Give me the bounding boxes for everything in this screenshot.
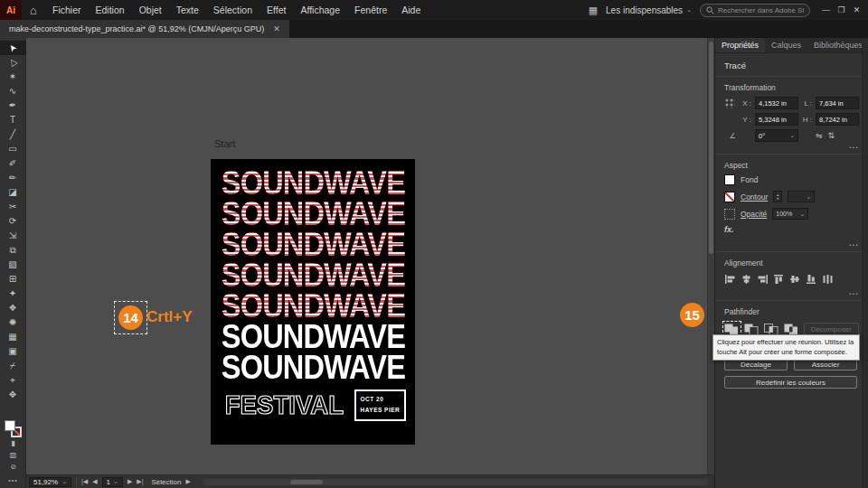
zoom-tool[interactable]: ⌖ (0, 373, 26, 388)
artboard-poster[interactable]: SOUNDWAVESOUNDWAVESOUNDWAVESOUNDWAVESOUN… (211, 159, 415, 445)
menu-item[interactable]: Effet (259, 0, 293, 20)
menu-item[interactable]: Fenêtre (347, 0, 394, 20)
transform-more-icon[interactable]: ••• (724, 142, 859, 154)
blend-tool[interactable]: ❖ (0, 301, 26, 315)
search-input[interactable] (718, 6, 804, 14)
height-field[interactable]: 8,7242 in (816, 113, 859, 126)
canvas[interactable]: Start SOUNDWAVESOUNDWAVESOUNDWAVESOUNDWA… (26, 38, 714, 474)
shape-builder-tool[interactable]: ⧉ (0, 243, 26, 258)
symbol-sprayer-tool[interactable]: ✺ (0, 315, 26, 330)
pathfinder-exclude-icon[interactable] (784, 323, 799, 335)
y-field[interactable]: 5,3248 in (755, 113, 798, 126)
align-bottom-icon[interactable] (806, 274, 817, 285)
align-left-icon[interactable] (724, 274, 736, 285)
minimize-icon[interactable]: — (818, 0, 834, 20)
eraser-tool[interactable]: ◪ (0, 185, 26, 200)
panel-scroll-strip[interactable] (862, 38, 868, 488)
paintbrush-tool[interactable]: ✐ (0, 156, 26, 171)
tab-close-icon[interactable]: ✕ (273, 24, 280, 33)
workspace-selector[interactable]: Les indispensables ⌄ (606, 5, 692, 15)
scale-tool[interactable]: ⇲ (0, 229, 26, 243)
align-more-icon[interactable]: ••• (724, 288, 859, 300)
align-right-icon[interactable] (757, 274, 769, 285)
horizontal-scrollbar-thumb[interactable] (290, 480, 323, 484)
stroke-label[interactable]: Contour (741, 192, 768, 202)
opacity-label[interactable]: Opacité (741, 210, 767, 219)
fill-color-swatch[interactable] (724, 174, 735, 185)
home-icon[interactable]: ⌂ (22, 4, 45, 17)
first-artboard-icon[interactable]: |◀ (81, 478, 88, 485)
expand-button[interactable]: Décomposer (804, 323, 859, 335)
stroke-width-stepper[interactable]: ▴▾ (773, 191, 782, 202)
hand-tool[interactable]: ✥ (0, 388, 26, 402)
opacity-dropdown[interactable]: 100%⌄ (772, 208, 808, 220)
appearance-more-icon[interactable]: ••• (724, 239, 859, 251)
scissors-tool[interactable]: ✂ (0, 200, 26, 214)
menu-item[interactable]: Texte (169, 0, 206, 20)
rectangle-tool[interactable]: ▭ (0, 142, 26, 156)
rotate-tool[interactable]: ⟳ (0, 214, 26, 229)
artboard-number-dropdown[interactable]: 1 ⌄ (102, 477, 123, 487)
vertical-scrollbar[interactable] (707, 38, 714, 474)
eyedropper-tool[interactable]: ✦ (0, 286, 26, 301)
last-artboard-icon[interactable]: ▶| (137, 478, 143, 485)
fill-swatch[interactable] (5, 420, 15, 431)
menu-item[interactable]: Objet (132, 0, 169, 20)
pathfinder-intersect-icon[interactable] (764, 323, 779, 335)
stroke-color-swatch[interactable] (724, 192, 735, 202)
document-tab[interactable]: make-deconstructed-type_practice.ai* @ 5… (0, 20, 289, 38)
type-tool[interactable]: T (0, 113, 26, 127)
fill-stroke-widget[interactable] (5, 420, 22, 437)
pen-tool[interactable]: ✒ (0, 99, 26, 113)
flip-vertical-icon[interactable]: ⇅ (828, 131, 835, 140)
magic-wand-tool[interactable]: ✶ (0, 70, 26, 84)
slice-tool[interactable]: ⌿ (0, 359, 26, 373)
flip-horizontal-icon[interactable]: ⇋ (816, 131, 823, 140)
artboard-name-label[interactable]: Start (214, 138, 235, 149)
reference-point-icon[interactable] (724, 98, 735, 108)
vertical-scrollbar-thumb[interactable] (709, 42, 713, 254)
horizontal-scrollbar[interactable] (203, 478, 709, 486)
align-top-icon[interactable] (773, 274, 785, 285)
workspace-switcher-icon[interactable]: ▦ (589, 5, 598, 16)
tab-proprietes[interactable]: Propriétés (715, 38, 765, 52)
line-segment-tool[interactable]: ╱ (0, 127, 26, 142)
lasso-tool[interactable]: ∿ (0, 84, 26, 99)
close-icon[interactable]: ✕ (849, 0, 864, 20)
adobe-stock-search[interactable] (700, 4, 810, 17)
previous-artboard-icon[interactable]: ◀ (92, 478, 97, 485)
menu-item[interactable]: Sélection (206, 0, 259, 20)
align-center-vertical-icon[interactable] (789, 274, 801, 285)
zoom-level-dropdown[interactable]: 51,92% ⌄ (29, 477, 71, 487)
direct-selection-tool[interactable]: ▷ (0, 55, 26, 70)
menu-item[interactable]: Aide (394, 0, 428, 20)
pathfinder-minus-front-icon[interactable] (744, 323, 760, 335)
menu-item[interactable]: Fichier (45, 0, 89, 20)
x-field[interactable]: 4,1532 in (755, 97, 798, 109)
mesh-tool[interactable]: ⊞ (0, 272, 26, 286)
distribute-horizontal-icon[interactable] (822, 274, 834, 285)
rotation-field[interactable]: 0°⌄ (755, 129, 798, 142)
recolor-button[interactable]: Redéfinir les couleurs (724, 376, 857, 389)
artboard-tool[interactable]: ▣ (0, 344, 26, 359)
next-artboard-icon[interactable]: ▶ (127, 478, 132, 485)
status-expand-icon[interactable]: ▶ (185, 478, 190, 485)
color-mode-icon[interactable]: ▮ (0, 437, 26, 449)
gradient-mode-icon[interactable]: ▧ (0, 449, 26, 461)
tab-bibliotheques[interactable]: Bibliothèques (807, 38, 868, 52)
toolbar-more-icon[interactable]: ••• (0, 474, 26, 486)
menu-item[interactable]: Affichage (293, 0, 347, 20)
selection-tool[interactable]: ➤ (0, 41, 26, 55)
none-mode-icon[interactable]: ⊘ (0, 461, 26, 473)
width-field[interactable]: 7,634 in (816, 97, 859, 109)
column-graph-tool[interactable]: ▦ (0, 330, 26, 344)
pathfinder-unite-icon[interactable] (724, 323, 740, 335)
pencil-tool[interactable]: ✏ (0, 171, 26, 185)
gradient-tool[interactable]: ▧ (0, 258, 26, 272)
menu-item[interactable]: Edition (89, 0, 132, 20)
stroke-width-dropdown[interactable]: ⌄ (788, 191, 815, 202)
effects-button[interactable]: fx. (724, 225, 734, 234)
maximize-icon[interactable]: ❐ (834, 0, 849, 20)
align-center-horizontal-icon[interactable] (741, 274, 752, 285)
tab-calques[interactable]: Calques (765, 38, 807, 52)
